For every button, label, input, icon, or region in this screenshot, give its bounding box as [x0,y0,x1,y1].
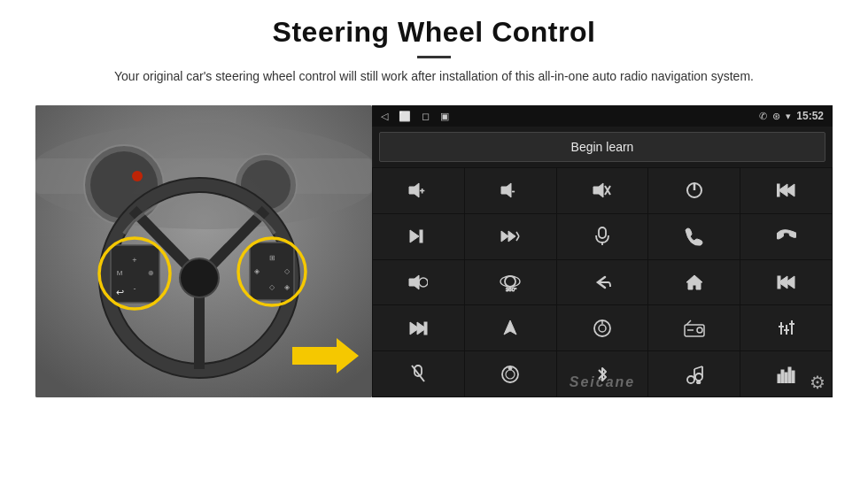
prev-track-button[interactable] [740,168,832,213]
back-nav-button[interactable] [557,260,648,305]
wifi-icon: ▾ [786,111,791,122]
vol-up-button[interactable]: + [373,168,464,213]
svg-point-7 [132,171,143,181]
page-wrapper: Steering Wheel Control Your original car… [0,0,868,485]
svg-point-49 [419,278,428,287]
svg-line-44 [516,232,519,236]
svg-marker-53 [686,275,702,289]
svg-text:◈: ◈ [284,283,291,291]
svg-marker-30 [501,183,511,197]
svg-point-78 [508,366,512,370]
mic-button[interactable] [557,214,648,259]
svg-marker-60 [504,320,516,335]
svg-marker-43 [508,231,515,242]
svg-line-45 [516,236,519,241]
source-button[interactable] [557,305,648,350]
svg-rect-87 [785,373,787,383]
page-subtitle: Your original car's steering wheel contr… [97,67,771,86]
svg-text:◈: ◈ [254,267,260,275]
navigation-button[interactable] [465,305,556,350]
svg-point-77 [506,370,515,379]
radio-button[interactable] [648,305,740,350]
fast-fwd-button[interactable] [465,214,556,259]
car-background: + M ⊕ - ↩ ⊞ ◈ ◇ ◇ ◈ [35,105,372,397]
phone-status-icon: ✆ [759,111,767,122]
svg-rect-89 [792,371,794,383]
svg-rect-85 [778,374,780,383]
speaker-button[interactable] [373,260,464,305]
svg-point-65 [697,327,702,333]
cam-360-button[interactable]: 360° [465,260,556,305]
content-area: + M ⊕ - ↩ ⊞ ◈ ◇ ◇ ◈ [35,105,833,397]
title-divider [417,56,451,58]
settings-gear-icon[interactable]: ⚙ [810,372,825,393]
svg-marker-42 [501,231,508,242]
svg-text:360°: 360° [506,287,517,292]
svg-point-13 [180,258,219,297]
begin-learn-row: Begin learn [372,127,833,167]
status-left: ◁ ⬜ ◻ ▣ [381,111,449,122]
mic2-button[interactable] [373,351,464,396]
svg-rect-39 [777,184,779,196]
equalizer-button[interactable] [740,305,832,350]
svg-text:⊕: ⊕ [148,269,154,277]
svg-marker-48 [409,275,419,289]
vol-down-button[interactable]: - [465,168,556,213]
car-image: + M ⊕ - ↩ ⊞ ◈ ◇ ◇ ◈ [35,105,372,397]
next-track-button[interactable] [373,305,464,350]
svg-text:↩: ↩ [116,287,124,297]
svg-marker-28 [409,183,419,197]
signal-bars-icon: ▣ [440,111,449,122]
svg-text:⚙: ⚙ [696,380,701,384]
svg-point-62 [599,325,606,332]
svg-text:+: + [420,187,424,196]
svg-text:-: - [512,187,515,196]
clock: 15:52 [796,110,824,122]
svg-rect-41 [420,230,422,242]
head-unit: ◁ ⬜ ◻ ▣ ✆ ⊛ ▾ 15:52 Begin learn [372,105,833,397]
power-button[interactable] [648,168,740,213]
knob-button[interactable] [465,351,556,396]
status-bar: ◁ ⬜ ◻ ▣ ✆ ⊛ ▾ 15:52 [372,105,833,127]
svg-line-82 [694,366,702,369]
svg-text:M: M [117,269,123,277]
svg-text:◇: ◇ [284,267,291,275]
controls-grid: + - [372,167,833,397]
music-button[interactable]: ⚙ [648,351,740,396]
hang-up-button[interactable] [740,214,832,259]
svg-point-51 [500,276,520,287]
skip-back-button[interactable] [740,260,832,305]
svg-text:-: - [134,284,136,293]
home-nav-button[interactable] [648,260,740,305]
svg-marker-40 [410,230,419,242]
home-circle-icon[interactable]: ⬜ [399,111,411,122]
status-right: ✆ ⊛ ▾ 15:52 [759,110,824,122]
svg-point-79 [687,376,694,383]
back-nav-icon[interactable]: ◁ [381,111,388,122]
svg-line-75 [412,366,424,381]
svg-rect-86 [781,370,784,383]
title-section: Steering Wheel Control Your original car… [35,16,833,86]
location-icon: ⊛ [772,111,780,122]
recent-apps-icon[interactable]: ◻ [422,111,430,122]
svg-text:◇: ◇ [269,283,275,291]
page-title: Steering Wheel Control [35,16,833,49]
steering-wheel-svg: + M ⊕ - ↩ ⊞ ◈ ◇ ◇ ◈ [35,105,372,397]
svg-text:⊞: ⊞ [269,254,275,262]
phone-answer-button[interactable] [648,214,740,259]
begin-learn-button[interactable]: Begin learn [379,132,825,162]
svg-point-50 [505,276,515,287]
svg-rect-46 [599,227,606,238]
skip-fwd-button[interactable] [373,214,464,259]
svg-marker-32 [593,183,603,197]
svg-rect-88 [788,367,791,383]
svg-text:+: + [132,256,136,265]
bluetooth-button[interactable] [557,351,648,396]
mute-button[interactable] [557,168,648,213]
